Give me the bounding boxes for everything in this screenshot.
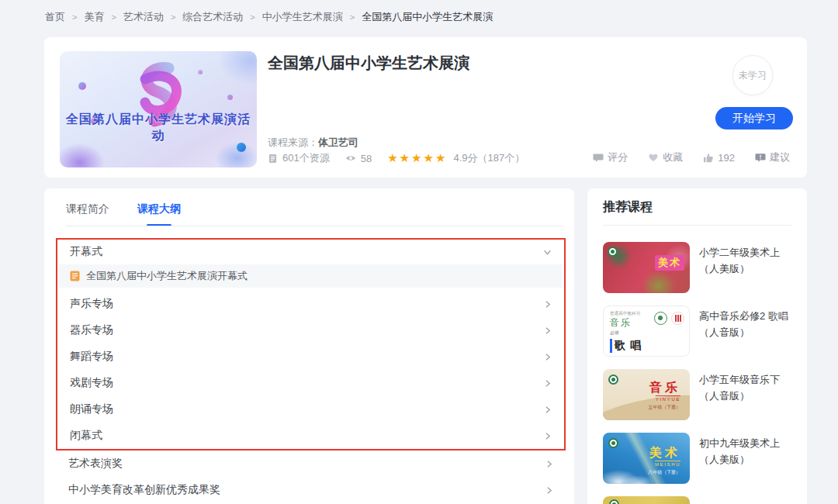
sub-item-label: 全国第八届中小学生艺术展演开幕式 [86, 269, 248, 283]
chevron-right-icon [545, 486, 553, 495]
publisher-logo [608, 247, 618, 257]
course-item-title: 小学二年级美术上（人美版） [699, 242, 796, 293]
sidebar-divider [603, 225, 791, 226]
breadcrumb-separator: > [350, 12, 355, 22]
breadcrumb-home[interactable]: 首页 [45, 10, 65, 24]
tab-divider [66, 226, 563, 226]
tab-course-outline[interactable]: 课程大纲 [137, 202, 181, 226]
document-icon [268, 154, 278, 164]
chevron-right-icon [543, 432, 552, 440]
cover-sub-label: MEISHU [655, 461, 680, 467]
breadcrumb: 首页 > 美育 > 艺术活动 > 综合艺术活动 > 中小学生艺术展演 > 全国第… [45, 10, 493, 24]
section-label: 闭幕式 [70, 429, 102, 443]
section-label: 舞蹈专场 [70, 350, 113, 364]
course-thumbnail-music-grade5: 音乐 YINYUE 五年级（下册） [603, 369, 690, 420]
rate-action[interactable]: 评分 [593, 150, 628, 164]
cover-tiny-label: 普通高中教科书 [610, 310, 640, 316]
cover-title-text: 全国第八届中小学生艺术展演活动 [60, 112, 257, 144]
source-value: 体卫艺司 [318, 136, 358, 148]
tab-course-intro[interactable]: 课程简介 [66, 202, 109, 226]
section-label: 朗诵专场 [70, 402, 113, 416]
course-stats-row: 601个资源 58 ★★★★★ 4.9分（187个） [268, 151, 525, 165]
section-label: 声乐专场 [70, 297, 113, 311]
eye-icon [345, 154, 356, 162]
source-label: 课程来源： [268, 136, 318, 148]
publisher-logo [608, 438, 618, 448]
view-count: 58 [345, 153, 372, 164]
comment-icon [593, 153, 604, 163]
cover-sub-label: YINYUE [656, 395, 680, 402]
chevron-down-icon [543, 248, 552, 257]
course-title: 全国第八届中小学生艺术展演 [268, 53, 469, 74]
chevron-right-icon [543, 379, 552, 388]
breadcrumb-meiyu[interactable]: 美育 [84, 10, 104, 24]
cover-subject-label: 音乐 [649, 380, 680, 396]
resource-count: 601个资源 [268, 151, 330, 165]
course-source: 课程来源：体卫艺司 [268, 136, 358, 150]
course-item-title: 初中九年级美术上（人美版） [699, 433, 796, 484]
rating-score: 4.9分（187个） [453, 151, 525, 165]
outline-section-dance[interactable]: 舞蹈专场 [57, 343, 564, 370]
outline-section-vocal[interactable]: 声乐专场 [57, 291, 564, 317]
chevron-right-icon [543, 353, 552, 361]
cover-subject-label: 音乐 [610, 316, 632, 330]
status-badge: 未学习 [732, 55, 773, 95]
chevron-right-icon [543, 300, 552, 309]
outline-section-instrumental[interactable]: 器乐专场 [57, 317, 564, 343]
section-label: 戏剧专场 [70, 376, 113, 390]
breadcrumb-student-art-show[interactable]: 中小学生艺术展演 [262, 10, 343, 24]
breadcrumb-current: 全国第八届中小学生艺术展演 [362, 10, 493, 24]
heart-icon [648, 153, 659, 162]
rating: ★★★★★ 4.9分（187个） [387, 151, 525, 165]
course-item-title: 小学五年级音乐下（人音版） [699, 369, 796, 420]
course-item-title: 高中音乐必修2 歌唱（人音版） [699, 306, 796, 357]
recommended-course-item[interactable]: 美术 小学二年级美术上（人美版） [603, 242, 796, 293]
cover-subject-label: 美术 [649, 445, 680, 461]
outline-section-performance-award[interactable]: 艺术表演奖 [56, 450, 566, 477]
breadcrumb-comprehensive-art[interactable]: 综合艺术活动 [182, 10, 243, 24]
course-thumbnail-art-grade9: 美术 MEISHU 八年级（下册） [603, 433, 690, 484]
outline-section-innovation-award[interactable]: 中小学美育改革创新优秀成果奖 [56, 477, 566, 503]
publisher-logo [608, 375, 618, 385]
cover-grade-label: 八年级（下册） [648, 469, 680, 476]
section-label: 艺术表演奖 [68, 457, 123, 471]
section-label: 中小学美育改革创新优秀成果奖 [68, 483, 220, 497]
decor-dot [227, 95, 233, 100]
suggest-action[interactable]: 建议 [755, 150, 790, 164]
publisher-logo [609, 499, 619, 504]
outline-section-opening[interactable]: 开幕式 [57, 240, 564, 264]
course-content-card: 课程简介 课程大纲 开幕式 全国第八届中小学生艺术展演开幕式 声乐专场 [44, 188, 574, 504]
chevron-right-icon [543, 326, 552, 335]
course-thumbnail-music-hs: 普通高中教科书 音乐 必修 歌唱 [603, 306, 690, 357]
course-action-row: 评分 收藏 192 建议 [593, 150, 790, 164]
outline-sub-item-opening-ceremony[interactable]: 全国第八届中小学生艺术展演开幕式 [59, 264, 563, 288]
recommended-course-item[interactable] [603, 496, 796, 504]
section-label: 器乐专场 [70, 323, 113, 337]
outline-section-closing[interactable]: 闭幕式 [57, 423, 564, 449]
course-cover-image[interactable]: 全国第八届中小学生艺术展演活动 [60, 51, 257, 167]
chevron-right-icon [543, 406, 552, 414]
outline-section-drama[interactable]: 戏剧专场 [57, 370, 564, 396]
cover-extra-label: 必修 [610, 330, 619, 337]
tab-bar: 课程简介 课程大纲 [66, 202, 181, 226]
recommended-course-item[interactable]: 美术 MEISHU 八年级（下册） 初中九年级美术上（人美版） [603, 433, 796, 484]
resource-doc-icon [70, 271, 80, 281]
course-thumbnail-art-grade2: 美术 [603, 242, 690, 293]
recommended-courses-title: 推荐课程 [603, 199, 653, 216]
recommended-course-item[interactable]: 音乐 YINYUE 五年级（下册） 小学五年级音乐下（人音版） [603, 369, 796, 420]
recommended-courses-card: 推荐课程 美术 小学二年级美术上（人美版） 普通高中教科书 音乐 必修 歌唱 [587, 188, 807, 504]
like-action[interactable]: 192 [703, 152, 735, 164]
breadcrumb-art-activity[interactable]: 艺术活动 [123, 10, 164, 24]
suggestion-icon [755, 153, 766, 163]
cover-sub-label: 歌唱 [610, 339, 646, 353]
start-learning-button[interactable]: 开始学习 [715, 107, 793, 129]
course-thumbnail-partial [603, 496, 690, 504]
outline-section-recitation[interactable]: 朗诵专场 [57, 396, 564, 423]
course-header-card: 全国第八届中小学生艺术展演活动 全国第八届中小学生艺术展演 课程来源：体卫艺司 … [44, 37, 807, 178]
decor-dot [78, 82, 86, 90]
favorite-action[interactable]: 收藏 [648, 150, 683, 164]
recommended-course-item[interactable]: 普通高中教科书 音乐 必修 歌唱 高中音乐必修2 歌唱（人音版） [603, 306, 796, 357]
breadcrumb-separator: > [171, 12, 175, 22]
chevron-right-icon [545, 460, 553, 468]
decor-dot [198, 70, 203, 74]
